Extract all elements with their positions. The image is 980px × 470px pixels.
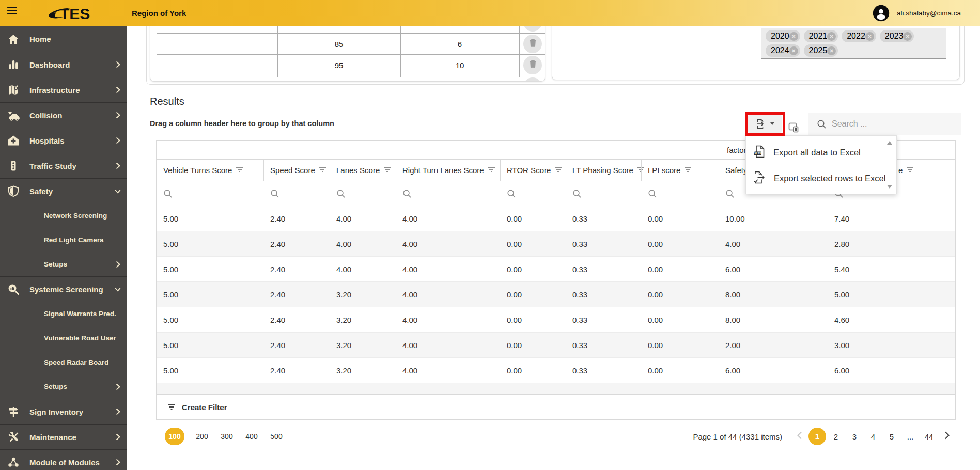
column-header[interactable]: Lanes Score bbox=[330, 160, 396, 181]
remove-chip-icon[interactable]: ✕ bbox=[865, 32, 874, 41]
chevron-right-icon bbox=[115, 459, 121, 465]
column-search-icon[interactable] bbox=[648, 189, 657, 200]
sidebar-item-systemic-screening[interactable]: Systemic Screening bbox=[0, 276, 127, 302]
column-search-icon[interactable] bbox=[336, 189, 346, 200]
xlsx-file-icon: XLSX bbox=[753, 145, 765, 160]
export-selected-icon bbox=[753, 171, 766, 186]
table-row[interactable]: 5.002.403.204.000.000.330.002.003.00 bbox=[157, 333, 955, 358]
page-size-400[interactable]: 400 bbox=[239, 432, 264, 441]
delete-row-button[interactable] bbox=[523, 77, 542, 82]
sidebar-item-red-light-camera[interactable]: Red Light Camera bbox=[0, 228, 127, 252]
sidebar-item-module-of-modules[interactable]: Module of Modules bbox=[0, 449, 127, 470]
column-divider bbox=[263, 160, 264, 181]
chevron-right-icon bbox=[115, 409, 121, 415]
page-size-300[interactable]: 300 bbox=[214, 432, 239, 441]
create-filter-label: Create Filter bbox=[182, 403, 227, 412]
column-header[interactable]: Vehicle Turns Score bbox=[157, 160, 263, 181]
setup-score-cell: 85 bbox=[335, 39, 344, 48]
column-header[interactable]: Right Turn Lanes Score bbox=[396, 160, 500, 181]
home-icon bbox=[7, 33, 20, 46]
prev-page-button[interactable] bbox=[790, 431, 808, 442]
page-size-selector: 100200300400500 bbox=[165, 428, 289, 445]
group-panel-hint: Drag a column header here to group by th… bbox=[150, 119, 334, 128]
sidebar-item-sign-inventory[interactable]: Sign Inventory bbox=[0, 399, 127, 424]
page-info: Page 1 of 44 (4331 items) bbox=[693, 432, 782, 441]
sidebar-item-safety[interactable]: Safety bbox=[0, 178, 127, 203]
column-divider bbox=[641, 160, 642, 181]
menu-item-export-all-data-to-excel[interactable]: XLSXExport all data to Excel bbox=[746, 139, 896, 165]
column-search-icon[interactable] bbox=[402, 189, 412, 200]
page-number-2[interactable]: 2 bbox=[827, 432, 845, 441]
sidebar-item-collision[interactable]: Collision bbox=[0, 102, 127, 128]
column-header[interactable]: LPI score bbox=[641, 160, 719, 181]
table-row[interactable]: 5.002.403.204.000.000.330.0010.008.00 bbox=[157, 383, 955, 394]
column-chooser-button[interactable] bbox=[786, 120, 801, 135]
sidebar-item-speed-radar-board[interactable]: Speed Radar Board bbox=[0, 350, 127, 374]
chevron-right-icon bbox=[115, 434, 121, 440]
search-icon bbox=[817, 119, 827, 129]
remove-chip-icon[interactable]: ✕ bbox=[789, 32, 798, 41]
chevron-down-icon bbox=[115, 188, 121, 194]
page-number-1[interactable]: 1 bbox=[808, 428, 826, 445]
sidebar-item-maintenance[interactable]: Maintenance bbox=[0, 424, 127, 449]
search-box[interactable]: Search ... bbox=[808, 113, 961, 135]
sidebar-item-hospitals[interactable]: Hospitals bbox=[0, 128, 127, 153]
table-row[interactable]: 5.002.404.004.000.000.330.0010.007.40 bbox=[157, 206, 955, 231]
next-page-button[interactable] bbox=[938, 431, 956, 442]
table-row[interactable]: 5.002.403.204.000.000.330.008.004.60 bbox=[157, 307, 955, 333]
setup-value-cell: 6 bbox=[458, 39, 462, 48]
remove-chip-icon[interactable]: ✕ bbox=[827, 32, 836, 41]
pager: Page 1 of 44 (4331 items) 12345...44 bbox=[693, 428, 956, 445]
page-size-100[interactable]: 100 bbox=[165, 428, 184, 445]
column-divider bbox=[719, 160, 719, 181]
main-content: 8569510 2020✕2021✕2022✕2023✕2024✕2025✕ R… bbox=[127, 26, 980, 470]
page-number-4[interactable]: 4 bbox=[864, 432, 882, 441]
page-size-200[interactable]: 200 bbox=[190, 432, 214, 441]
sidebar-item-network-screening[interactable]: Network Screening bbox=[0, 203, 127, 228]
remove-chip-icon[interactable]: ✕ bbox=[789, 46, 798, 55]
sidebar-item-infrastructure[interactable]: Infrastructure bbox=[0, 77, 127, 102]
page-number-3[interactable]: 3 bbox=[845, 432, 864, 441]
years-tagbox[interactable]: 2020✕2021✕2022✕2023✕2024✕2025✕ bbox=[761, 28, 946, 59]
column-search-icon[interactable] bbox=[572, 189, 582, 200]
create-filter-row[interactable]: Create Filter bbox=[157, 394, 955, 420]
delete-row-button[interactable] bbox=[523, 35, 542, 53]
table-grid-line bbox=[157, 54, 545, 55]
sidebar-item-traffic-study[interactable]: Traffic Study bbox=[0, 153, 127, 178]
page-number-5[interactable]: 5 bbox=[882, 432, 901, 441]
column-header[interactable]: LT Phasing Score bbox=[566, 160, 641, 181]
column-search-icon[interactable] bbox=[163, 189, 173, 200]
table-row[interactable]: 5.002.403.204.000.000.330.008.005.00 bbox=[157, 282, 955, 307]
remove-chip-icon[interactable]: ✕ bbox=[903, 32, 912, 41]
column-header[interactable]: RTOR Score bbox=[500, 160, 566, 181]
remove-chip-icon[interactable]: ✕ bbox=[827, 46, 836, 55]
column-header[interactable]: Speed Score bbox=[263, 160, 330, 181]
page-size-500[interactable]: 500 bbox=[264, 432, 289, 441]
sidebar-item-dashboard[interactable]: Dashboard bbox=[0, 52, 127, 77]
sidebar-item-vulnerable-road-user[interactable]: Vulnerable Road User bbox=[0, 326, 127, 350]
trash-icon bbox=[528, 59, 537, 71]
sidebar-item-signal-warrants-pred[interactable]: Signal Warrants Pred. bbox=[0, 302, 127, 326]
chevron-down-icon bbox=[115, 286, 121, 292]
column-search-icon[interactable] bbox=[270, 189, 279, 200]
chevron-right-icon bbox=[115, 87, 121, 93]
chevron-right-icon bbox=[115, 112, 121, 118]
hamburger-menu-icon[interactable] bbox=[7, 7, 18, 20]
delete-row-button[interactable] bbox=[523, 56, 542, 74]
table-row[interactable]: 5.002.404.004.000.000.330.004.002.80 bbox=[157, 231, 955, 257]
user-box[interactable]: ali.shalaby@cima.ca bbox=[873, 0, 980, 26]
table-row[interactable]: 5.002.403.204.000.000.330.006.006.00 bbox=[157, 358, 955, 383]
page-number-44[interactable]: 44 bbox=[920, 432, 938, 441]
sidebar-item-home[interactable]: Home bbox=[0, 26, 127, 52]
avatar-icon[interactable] bbox=[873, 5, 890, 22]
column-search-icon[interactable] bbox=[725, 189, 735, 200]
sidebar-item-setups[interactable]: Setups bbox=[0, 374, 127, 399]
menu-item-export-selected-rows-to-excel[interactable]: Export selected rows to Excel bbox=[746, 165, 896, 191]
table-row[interactable]: 5.002.404.004.000.000.330.006.005.40 bbox=[157, 257, 955, 282]
sign-inventory-icon bbox=[7, 405, 20, 418]
column-search-icon[interactable] bbox=[507, 189, 516, 200]
maintenance-icon bbox=[7, 430, 20, 444]
sidebar-item-setups[interactable]: Setups bbox=[0, 252, 127, 276]
trash-icon bbox=[528, 81, 537, 82]
hospitals-icon bbox=[7, 134, 20, 147]
